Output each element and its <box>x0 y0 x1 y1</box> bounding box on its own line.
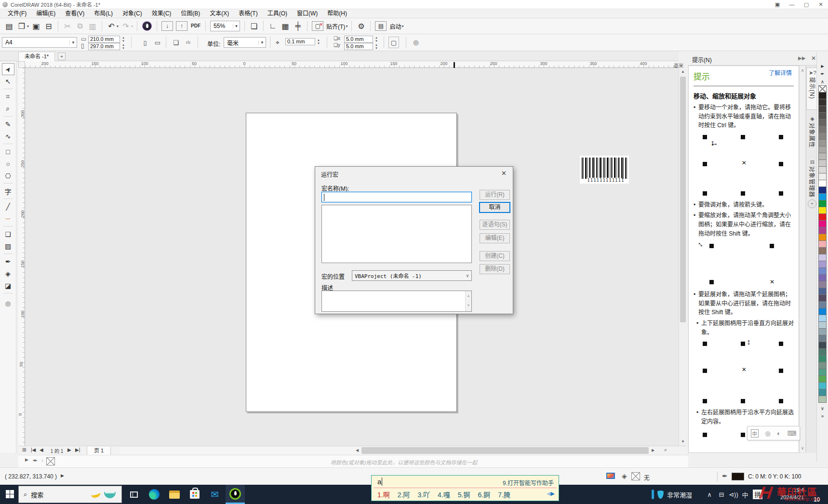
palette-expand-icon[interactable]: » <box>821 412 824 420</box>
tool-ellipse-tool[interactable]: ○ <box>2 158 14 170</box>
tool-smart-fill-tool[interactable]: ◈ <box>2 267 14 279</box>
tool-rectangle-tool[interactable]: □ <box>2 146 14 158</box>
palette-color-17[interactable] <box>818 200 827 207</box>
nudge-field[interactable]: 0.1 mm <box>285 38 315 45</box>
chevron-down-icon[interactable]: ▾ <box>346 24 347 28</box>
open-dropdown[interactable]: ▾ <box>27 24 29 28</box>
menu-item-7[interactable]: 文本(X) <box>205 9 234 18</box>
ime-candidate-5[interactable]: 5.锕 <box>458 490 470 499</box>
menu-item-9[interactable]: 工具(O) <box>263 9 292 18</box>
options-icon[interactable]: ⚙ <box>355 20 367 32</box>
first-page-button[interactable]: |◀ <box>31 447 36 452</box>
document-tab[interactable]: 未命名 -1* <box>18 52 55 61</box>
tool-transparency-tool[interactable]: ▨ <box>2 240 14 252</box>
ime-page-arrows[interactable]: ◀▶ <box>547 491 555 497</box>
ime-candidate-6[interactable]: 6.錒 <box>478 490 490 499</box>
treat-as-filled-button[interactable]: ▢ <box>388 37 399 48</box>
grid-toggle-icon[interactable]: ▦ <box>280 20 291 32</box>
scroll-up-icon[interactable]: ∧ <box>800 68 805 73</box>
palette-color-13[interactable] <box>818 173 827 180</box>
start-button[interactable] <box>6 490 14 498</box>
menu-item-11[interactable]: 帮助(H) <box>322 9 352 18</box>
edge-button[interactable] <box>145 485 164 504</box>
task-view-button[interactable] <box>124 485 144 504</box>
ime-toolbar[interactable]: 中 ◎ ◐ ⌨ <box>747 426 800 440</box>
palette-color-16[interactable] <box>818 193 827 200</box>
all-pages-button[interactable]: ❏ <box>171 37 181 48</box>
export-icon[interactable]: ↑ <box>176 21 187 31</box>
palette-no-color[interactable] <box>818 85 827 93</box>
menu-item-3[interactable]: 布局(L) <box>89 9 118 18</box>
palette-color-20[interactable] <box>818 220 827 227</box>
next-page-button[interactable]: ▶ <box>67 447 71 452</box>
dialog-button-1[interactable]: 取消 <box>480 202 510 212</box>
palette-color-8[interactable] <box>818 139 827 146</box>
palette-color-30[interactable] <box>818 288 827 295</box>
chevron-down-icon[interactable]: ▼ <box>233 24 240 28</box>
barcode-object[interactable]: 111111111111 <box>580 156 629 184</box>
vertical-scroll-thumb[interactable] <box>680 77 686 322</box>
zoom-level-combo[interactable]: 55%▼ <box>210 21 240 31</box>
palette-color-29[interactable] <box>818 281 827 288</box>
palette-color-10[interactable] <box>818 153 827 160</box>
palette-color-11[interactable] <box>818 159 827 167</box>
palette-color-44[interactable] <box>818 382 827 389</box>
ime-candidate-7[interactable]: 7.腌 <box>498 490 510 499</box>
volume-icon[interactable]: ⊲)) <box>728 485 739 504</box>
print-icon[interactable]: ⊟ <box>43 20 54 32</box>
maximize-button[interactable]: ▢ <box>799 0 814 9</box>
palette-color-41[interactable] <box>818 362 827 369</box>
ime-candidate-1[interactable]: 1.啊 <box>377 490 390 499</box>
guidelines-toggle-icon[interactable]: ╪ <box>292 20 304 32</box>
tool-polygon-tool[interactable]: ⎔ <box>2 170 14 182</box>
ime-candidate-4[interactable]: 4.嘎 <box>438 490 450 499</box>
palette-color-9[interactable] <box>818 146 827 153</box>
page-height-field[interactable]: 297.0 mm <box>88 43 120 50</box>
snap-off-icon[interactable]: ▢ <box>312 21 323 31</box>
fill-none-swatch[interactable] <box>631 472 640 480</box>
palette-color-7[interactable] <box>818 133 827 140</box>
palette-color-3[interactable] <box>818 106 827 113</box>
textarea-scrollbar[interactable]: ▲▼ <box>465 291 471 311</box>
palette-color-35[interactable] <box>818 321 827 329</box>
page-height-spinner[interactable]: ▲▼ <box>121 43 126 50</box>
ime-keyboard-icon[interactable]: ⌨ <box>787 430 796 437</box>
search-content-icon[interactable] <box>142 21 152 31</box>
page-width-field[interactable]: 210.0 mm <box>88 36 120 43</box>
palette-flyout-icon[interactable]: ▶ <box>821 63 824 70</box>
snap-menu[interactable]: 贴齐(T) <box>326 22 345 30</box>
launcher-icon[interactable]: ▤ <box>375 21 387 31</box>
ime-mode-icon[interactable]: 中 <box>751 429 759 438</box>
horizontal-scroll-thumb[interactable] <box>361 447 649 454</box>
add-docker-button[interactable]: + <box>808 199 816 208</box>
full-screen-preview-icon[interactable]: ❏ <box>248 20 260 32</box>
tool-artistic-media-tool[interactable]: ∿ <box>2 130 14 142</box>
palette-color-32[interactable] <box>818 301 827 308</box>
macro-name-input[interactable] <box>321 192 472 202</box>
tool-color-eyedropper-tool[interactable]: ✒ <box>2 255 14 267</box>
store-button[interactable] <box>185 485 204 504</box>
menu-item-4[interactable]: 对象(C) <box>118 9 147 18</box>
palette-color-23[interactable] <box>818 240 827 248</box>
palette-color-24[interactable] <box>818 247 827 254</box>
ime-assistant-hint[interactable]: 9.打开智能写作助手 <box>503 478 554 487</box>
ime-pinyin-badge[interactable]: 拼 <box>753 490 762 499</box>
tool-shape-tool[interactable]: ↖ <box>2 75 14 87</box>
tool-crop-tool[interactable]: ⌗ <box>2 91 14 103</box>
palette-color-5[interactable] <box>818 119 827 126</box>
prev-page-button[interactable]: ◀ <box>40 447 43 452</box>
flyout-icon[interactable]: ▶ <box>61 473 64 478</box>
palette-scroll-up-icon[interactable]: ∧ <box>821 78 824 86</box>
chevron-down-icon[interactable]: ▼ <box>69 40 77 45</box>
document-color-settings-icon[interactable] <box>606 473 615 479</box>
menu-item-10[interactable]: 窗口(W) <box>292 9 322 18</box>
docker-close-icon[interactable]: ✕ <box>811 55 816 62</box>
palette-color-40[interactable] <box>818 355 827 362</box>
new-document-icon[interactable]: ▤ <box>3 20 15 32</box>
save-icon[interactable]: ▣ <box>30 20 42 32</box>
redo-dropdown[interactable]: ▾ <box>131 24 133 28</box>
learn-more-link[interactable]: 了解详情 <box>769 70 794 78</box>
rulers-toggle-icon[interactable]: ∟ <box>267 20 279 32</box>
coreldraw-taskbar-button[interactable] <box>226 485 245 504</box>
add-tool-button[interactable]: ⊕ <box>2 298 14 310</box>
